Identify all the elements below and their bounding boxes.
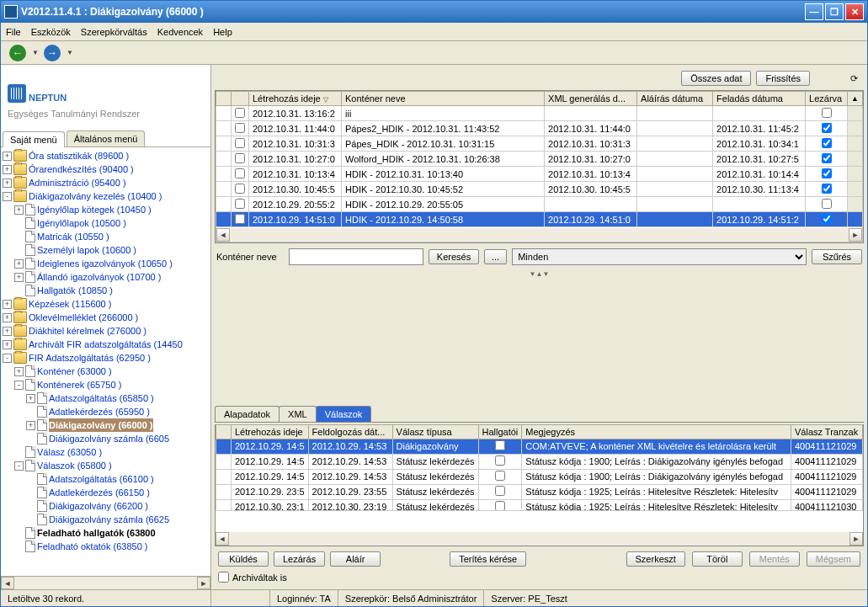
table-row[interactable]: 2012.10.29. 14:52012.10.29. 14:53Státusz…	[216, 469, 863, 484]
maximize-button[interactable]: ❐	[825, 3, 844, 20]
hallgatoi-checkbox[interactable]	[495, 455, 505, 466]
tree-node[interactable]: +Konténer (63000 )	[3, 365, 209, 378]
menu-favorites[interactable]: Kedvencek	[157, 27, 203, 37]
tree-node[interactable]: Feladható oktatók (63850 )	[3, 540, 209, 553]
menu-tools[interactable]: Eszközök	[31, 27, 71, 37]
forward-dropdown[interactable]: ▼	[67, 49, 73, 56]
menu-help[interactable]: Help	[213, 27, 232, 37]
more-button[interactable]: ...	[484, 249, 507, 264]
tree-node[interactable]: -FIR Adatszolgáltatás (62950 )	[3, 351, 209, 365]
col2-megjegyzes[interactable]: Megjegyzés	[522, 424, 791, 439]
col-xml-gen[interactable]: XML generálás d...	[545, 92, 637, 106]
close-button[interactable]: ✕	[845, 3, 864, 20]
nav-forward-button[interactable]: →	[40, 44, 64, 62]
tree-node[interactable]: Válasz (63050 )	[3, 445, 209, 459]
grid1-hscrollbar[interactable]: ◄ ►	[216, 228, 862, 242]
tree-node[interactable]: Adatlekérdezés (65950 )	[3, 405, 209, 418]
row-checkbox[interactable]	[235, 108, 245, 118]
tree-node[interactable]: -Válaszok (65800 )	[3, 459, 209, 472]
expand-icon[interactable]: +	[26, 421, 35, 430]
table-row[interactable]: 2012.10.31. 13:16:2iii	[216, 106, 863, 121]
tree-node[interactable]: +Igénylőlap kötegek (10450 )	[3, 203, 209, 216]
torol-button[interactable]: Töröl	[692, 551, 743, 567]
refresh-icon[interactable]: ⟳	[845, 70, 862, 87]
expand-icon[interactable]: +	[14, 273, 24, 282]
mentes-button[interactable]: Mentés	[749, 551, 800, 567]
kereses-button[interactable]: Keresés	[429, 249, 479, 264]
tree-node[interactable]: Diákigazolvány számla (6605	[3, 432, 209, 445]
lezarva-checkbox[interactable]	[822, 199, 832, 209]
lezarva-checkbox[interactable]	[822, 123, 832, 133]
hallgatoi-checkbox[interactable]	[495, 471, 505, 481]
tree-node[interactable]: Feladható hallgatók (63800	[3, 526, 209, 540]
kuldes-button[interactable]: Küldés	[218, 551, 269, 567]
minimize-button[interactable]: —	[805, 3, 823, 20]
tree-node[interactable]: +Képzések (115600 )	[3, 297, 209, 311]
archivaltak-checkbox[interactable]	[218, 572, 229, 583]
tree-node[interactable]: Adatszolgáltatás (66100 )	[3, 472, 209, 486]
col2-letrehozas[interactable]: Létrehozás ideje	[232, 424, 309, 439]
tree-node[interactable]: -Konténerek (65750 )	[3, 378, 209, 391]
tree-node[interactable]: Diákigazolvány (66200 )	[3, 499, 209, 513]
tree-node[interactable]: Diákigazolvány számla (6625	[3, 513, 209, 526]
expand-icon[interactable]: +	[3, 327, 12, 336]
table-row[interactable]: 2012.10.29. 23:52012.10.29. 23:55Státusz…	[216, 484, 863, 499]
col-letrehozas[interactable]: Létrehozás ideje ▽	[249, 92, 342, 106]
expand-icon[interactable]: -	[3, 354, 12, 363]
tab-valaszok[interactable]: Válaszok	[316, 406, 372, 422]
tree-node[interactable]: +Adatszolgáltatás (65850 )	[3, 391, 209, 405]
expand-icon[interactable]: -	[14, 381, 24, 390]
expand-icon[interactable]: +	[3, 178, 12, 188]
alair-button[interactable]: Aláír	[330, 551, 381, 567]
tree-node[interactable]: +Archivált FIR adatszolgáltatás (14450	[3, 338, 209, 351]
expand-icon[interactable]: +	[3, 340, 12, 349]
terites-button[interactable]: Terítés kérése	[450, 551, 526, 567]
tree-node[interactable]: +Állandó igazolványok (10700 )	[3, 270, 209, 284]
expand-icon[interactable]: +	[3, 152, 12, 161]
table-row[interactable]: 2012.10.30. 23:12012.10.30. 23:19Státusz…	[216, 499, 863, 510]
scroll-left-icon[interactable]: ◄	[216, 228, 230, 242]
filter-input[interactable]	[289, 248, 423, 265]
tab-xml[interactable]: XML	[279, 406, 317, 422]
expand-icon[interactable]: -	[14, 461, 24, 471]
tree-node[interactable]: +Adminisztráció (95400 )	[3, 176, 209, 189]
tree-node[interactable]: +Óra statisztikák (89600 )	[3, 149, 209, 162]
expand-icon[interactable]: +	[3, 300, 12, 309]
row-checkbox[interactable]	[235, 138, 245, 148]
tree-node[interactable]: Hallgatók (10850 )	[3, 284, 209, 297]
hallgatoi-checkbox[interactable]	[495, 440, 505, 450]
tree-node[interactable]: Igénylőlapok (10500 )	[3, 216, 209, 230]
menu-file[interactable]: File	[6, 27, 21, 37]
row-checkbox[interactable]	[235, 199, 245, 209]
tree-node[interactable]: +Oklevélmelléklet (266000 )	[3, 311, 209, 324]
tab-alapadatok[interactable]: Alapadatok	[215, 406, 280, 422]
table-row[interactable]: 2012.10.31. 10:13:4HDIK - 2012.10.31. 10…	[216, 167, 863, 182]
szerkeszt-button[interactable]: Szerkeszt	[626, 551, 685, 567]
table-row[interactable]: 2012.10.29. 14:52012.10.29. 14:53Diákiga…	[216, 439, 863, 454]
hallgatoi-checkbox[interactable]	[495, 486, 505, 496]
scroll-right-icon[interactable]: ►	[849, 228, 862, 242]
frissites-button[interactable]: Frissítés	[756, 71, 810, 86]
col2-hallgatoi[interactable]: Hallgatói	[478, 424, 522, 439]
tree-node[interactable]: +Diákigazolvány (66000 )	[3, 418, 209, 432]
top-grid[interactable]: Létrehozás ideje ▽ Konténer neve XML gen…	[215, 90, 864, 243]
table-row[interactable]: 2012.10.29. 20:55:2HDIK - 2012.10.29. 20…	[216, 197, 863, 212]
expand-icon[interactable]: -	[3, 192, 12, 201]
splitter-handle[interactable]: ▼▲▼	[215, 270, 864, 279]
filter-select[interactable]: Minden	[512, 248, 807, 265]
tab-altalanos-menu[interactable]: Általános menü	[67, 130, 146, 146]
table-row[interactable]: 2012.10.31. 10:27:0Wolford_HDIK - 2012.1…	[216, 152, 863, 167]
lezarva-checkbox[interactable]	[822, 108, 832, 118]
scroll-left-icon[interactable]: ◄	[216, 532, 229, 546]
expand-icon[interactable]: +	[14, 205, 24, 215]
tree-node[interactable]: Személyi lapok (10600 )	[3, 243, 209, 257]
expand-icon[interactable]: +	[3, 165, 12, 174]
lezaras-button[interactable]: Lezárás	[274, 551, 325, 567]
tree-node[interactable]: +Órarendkészítés (90400 )	[3, 162, 209, 176]
lezarva-checkbox[interactable]	[822, 153, 832, 163]
table-row[interactable]: 2012.10.31. 11:44:0Pápes2_HDIK - 2012.10…	[216, 121, 863, 136]
col-feladas[interactable]: Feladás dátuma	[713, 92, 806, 106]
tree-node[interactable]: Adatlekérdezés (66150 )	[3, 486, 209, 499]
vscroll-up-icon[interactable]: ▲	[848, 92, 863, 106]
lezarva-checkbox[interactable]	[822, 184, 832, 194]
